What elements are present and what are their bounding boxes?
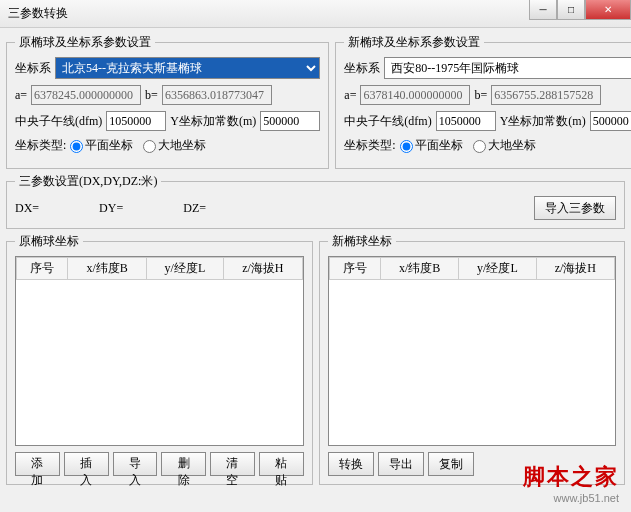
dst-action-button[interactable]: 导出 [378,452,424,476]
src-legend: 原椭球及坐标系参数设置 [15,34,155,51]
src-yconst-label: Y坐标加常数(m) [170,113,256,130]
close-button[interactable]: ✕ [585,0,631,20]
dst-a-label: a= [344,88,356,103]
dst-coord-label: 坐标系 [344,60,380,77]
table-header[interactable]: x/纬度B [380,258,458,280]
src-type-label: 坐标类型: [15,137,66,154]
src-b-label: b= [145,88,158,103]
src-coord-group: 原椭球坐标 序号x/纬度By/经度Lz/海拔H 添加插入导入删除清空粘贴 [6,233,313,485]
dst-type-plane-radio[interactable]: 平面坐标 [400,137,463,154]
table-header[interactable]: 序号 [329,258,380,280]
src-action-button[interactable]: 添加 [15,452,60,476]
dst-a-input [360,85,470,105]
dst-action-button[interactable]: 转换 [328,452,374,476]
dy-label: DY= [99,201,123,216]
dst-meridian-input[interactable] [436,111,496,131]
dst-meridian-label: 中央子午线(dfm) [344,113,431,130]
table-header[interactable]: z/海拔H [224,258,302,280]
table-header[interactable]: x/纬度B [68,258,146,280]
window-title: 三参数转换 [8,5,68,22]
table-header[interactable]: z/海拔H [536,258,614,280]
dst-yconst-label: Y坐标加常数(m) [500,113,586,130]
dst-coord-group: 新椭球坐标 序号x/纬度By/经度Lz/海拔H 转换导出复制 [319,233,626,485]
src-meridian-label: 中央子午线(dfm) [15,113,102,130]
src-a-input [31,85,141,105]
dx-label: DX= [15,201,39,216]
dst-legend: 新椭球及坐标系参数设置 [344,34,484,51]
src-ellipsoid-group: 原椭球及坐标系参数设置 坐标系 北京54--克拉索夫斯基椭球 a= b= 中央子… [6,34,329,169]
dst-coord-select[interactable]: 西安80--1975年国际椭球 [384,57,631,79]
src-coord-select[interactable]: 北京54--克拉索夫斯基椭球 [55,57,320,79]
src-coord-label: 坐标系 [15,60,51,77]
three-param-group: 三参数设置(DX,DY,DZ:米) DX= DY= DZ= 导入三参数 [6,173,625,229]
dst-yconst-input[interactable] [590,111,631,131]
dst-action-button[interactable]: 复制 [428,452,474,476]
dst-type-label: 坐标类型: [344,137,395,154]
src-a-label: a= [15,88,27,103]
src-action-button[interactable]: 粘贴 [259,452,304,476]
src-b-input [162,85,272,105]
src-action-button[interactable]: 删除 [161,452,206,476]
dst-b-label: b= [474,88,487,103]
src-action-button[interactable]: 插入 [64,452,109,476]
watermark: 脚本之家 www.jb51.net [523,462,619,504]
maximize-button[interactable]: □ [557,0,585,20]
src-action-button[interactable]: 清空 [210,452,255,476]
table-header[interactable]: y/经度L [459,258,536,280]
src-yconst-input[interactable] [260,111,320,131]
import-three-param-button[interactable]: 导入三参数 [534,196,616,220]
table-header[interactable]: 序号 [17,258,68,280]
src-meridian-input[interactable] [106,111,166,131]
three-param-legend: 三参数设置(DX,DY,DZ:米) [15,173,161,190]
dst-coord-legend: 新椭球坐标 [328,233,396,250]
dst-b-input [491,85,601,105]
src-type-geod-radio[interactable]: 大地坐标 [143,137,206,154]
titlebar: 三参数转换 ─ □ ✕ [0,0,631,28]
dst-coord-table[interactable]: 序号x/纬度By/经度Lz/海拔H [328,256,617,446]
minimize-button[interactable]: ─ [529,0,557,20]
table-header[interactable]: y/经度L [146,258,223,280]
dst-ellipsoid-group: 新椭球及坐标系参数设置 坐标系 西安80--1975年国际椭球 a= b= 中央… [335,34,631,169]
src-coord-table[interactable]: 序号x/纬度By/经度Lz/海拔H [15,256,304,446]
dst-type-geod-radio[interactable]: 大地坐标 [473,137,536,154]
src-coord-legend: 原椭球坐标 [15,233,83,250]
src-type-plane-radio[interactable]: 平面坐标 [70,137,133,154]
dz-label: DZ= [183,201,206,216]
src-action-button[interactable]: 导入 [113,452,158,476]
